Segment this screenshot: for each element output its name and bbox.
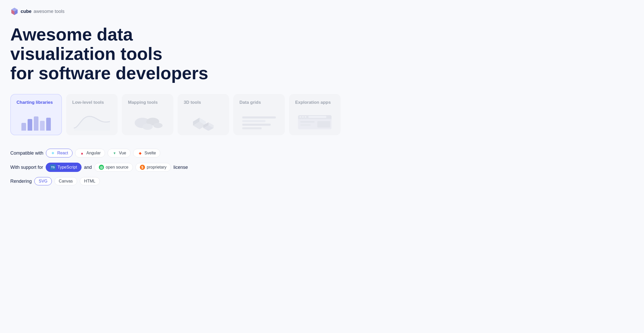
svelte-icon: ◈ xyxy=(138,150,143,156)
category-card-lowlevel[interactable]: Low-level tools xyxy=(66,94,118,135)
lowlevel-illustration xyxy=(72,113,111,131)
support-row: With support for TS TypeScript and ◎ ope… xyxy=(10,163,634,172)
filter-tag-canvas[interactable]: Canvas xyxy=(54,177,77,185)
category-label-datagrids: Data grids xyxy=(239,100,279,105)
and-text: and xyxy=(84,165,92,170)
rendering-label: Rendering xyxy=(10,179,32,184)
header: cube awesome tools xyxy=(10,7,634,15)
svg-rect-16 xyxy=(242,124,271,126)
svg-rect-14 xyxy=(242,116,276,118)
mapping-illustration xyxy=(128,113,167,131)
support-label: With support for xyxy=(10,165,43,170)
filters-section: Compatible with ⚛ React ▲ Angular ▼ Vue … xyxy=(10,149,634,185)
svg-point-22 xyxy=(302,116,304,118)
filter-tag-svg[interactable]: SVG xyxy=(34,177,52,185)
cube-logo-icon xyxy=(10,7,19,15)
brand-awesome-text: awesome tools xyxy=(34,9,65,14)
svg-rect-27 xyxy=(317,121,330,128)
category-card-3d[interactable]: 3D tools xyxy=(178,94,229,135)
svg-rect-26 xyxy=(300,124,311,126)
category-card-mapping[interactable]: Mapping tools xyxy=(122,94,173,135)
filter-tag-vue[interactable]: ▼ Vue xyxy=(108,149,131,157)
typescript-icon: TS xyxy=(50,164,56,170)
filter-tag-opensource[interactable]: ◎ open source xyxy=(94,163,133,172)
3d-illustration xyxy=(184,113,223,131)
exploration-illustration xyxy=(295,113,334,131)
svg-rect-15 xyxy=(242,120,265,122)
datagrids-illustration xyxy=(239,113,279,131)
category-card-charting[interactable]: Charting libraries xyxy=(10,94,62,135)
filter-tag-proprietary[interactable]: $ proprietary xyxy=(135,163,171,172)
svg-rect-17 xyxy=(242,127,262,129)
svg-point-23 xyxy=(305,116,306,118)
svg-rect-24 xyxy=(308,116,326,118)
category-cards-container: Charting libraries Low-level tools Mappi… xyxy=(10,94,634,135)
hero-title: Awesome data visualization tools for sof… xyxy=(10,25,243,83)
brand-cube-text: cube xyxy=(21,9,31,14)
category-label-exploration: Exploration apps xyxy=(295,100,334,105)
svg-rect-25 xyxy=(300,121,315,123)
filter-tag-typescript[interactable]: TS TypeScript xyxy=(46,163,82,172)
category-label-mapping: Mapping tools xyxy=(128,100,167,105)
svg-point-7 xyxy=(153,123,163,128)
opensource-icon: ◎ xyxy=(99,165,104,170)
proprietary-icon: $ xyxy=(140,165,145,170)
category-label-3d: 3D tools xyxy=(184,100,223,105)
compatible-label: Compatible with xyxy=(10,150,43,156)
filter-tag-react[interactable]: ⚛ React xyxy=(46,149,73,157)
compatible-row: Compatible with ⚛ React ▲ Angular ▼ Vue … xyxy=(10,149,634,157)
category-card-exploration[interactable]: Exploration apps xyxy=(289,94,341,135)
filter-tag-angular[interactable]: ▲ Angular xyxy=(75,149,105,157)
svg-point-21 xyxy=(300,116,301,118)
filter-tag-html[interactable]: HTML xyxy=(80,177,100,185)
react-icon: ⚛ xyxy=(50,150,55,156)
charting-illustration xyxy=(17,113,56,131)
rendering-row: Rendering SVG Canvas HTML xyxy=(10,177,634,185)
category-card-datagrids[interactable]: Data grids xyxy=(233,94,285,135)
license-text: license xyxy=(173,165,188,170)
category-label-lowlevel: Low-level tools xyxy=(72,100,111,105)
filter-tag-svelte[interactable]: ◈ Svelte xyxy=(133,149,160,157)
vue-icon: ▼ xyxy=(112,150,117,156)
category-label-charting: Charting libraries xyxy=(17,100,56,105)
svg-point-6 xyxy=(142,124,153,130)
angular-icon: ▲ xyxy=(79,150,85,156)
